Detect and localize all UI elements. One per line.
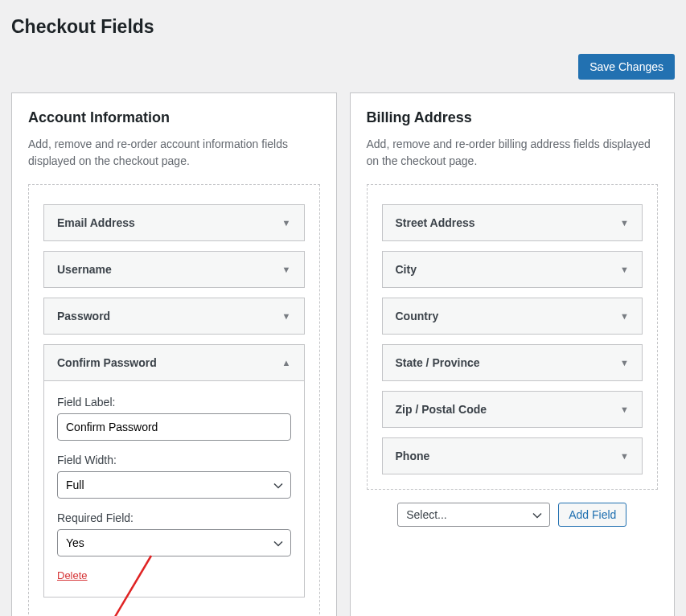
field-row-label: Zip / Postal Code: [396, 403, 487, 416]
field-row-label: Password: [57, 310, 110, 322]
field-width-select[interactable]: Full: [57, 471, 291, 499]
delete-field-link[interactable]: Delete: [57, 569, 88, 581]
field-row-label: Username: [57, 263, 112, 276]
add-field-button[interactable]: Add Field: [558, 503, 626, 527]
billing-panel: Billing Address Add, remove and re-order…: [350, 92, 676, 616]
chevron-down-icon: ▼: [620, 265, 629, 274]
columns-container: Account Information Add, remove and re-o…: [11, 92, 675, 616]
account-panel: Account Information Add, remove and re-o…: [11, 92, 337, 616]
chevron-down-icon: ▼: [620, 405, 629, 414]
chevron-down-icon: ▼: [620, 311, 629, 321]
field-row-confirm-password[interactable]: Confirm Password ▲: [43, 344, 305, 381]
chevron-down-icon: ▼: [282, 311, 291, 321]
billing-fields-container: Street Address ▼ City ▼ Country ▼ State …: [367, 184, 659, 490]
required-field-select[interactable]: Yes: [57, 529, 291, 556]
required-field-select-wrap: Yes: [57, 529, 291, 556]
field-row-label: Country: [396, 310, 439, 322]
account-fields-container: Email Address ▼ Username ▼ Password ▼ Co…: [28, 184, 320, 616]
field-row-zip[interactable]: Zip / Postal Code ▼: [382, 391, 643, 428]
field-row-label: Confirm Password: [57, 356, 157, 369]
chevron-down-icon: ▼: [620, 358, 629, 368]
account-panel-description: Add, remove and re-order account informa…: [28, 136, 320, 170]
account-panel-title: Account Information: [28, 109, 320, 126]
field-row-label: Street Address: [396, 216, 475, 229]
billing-panel-title: Billing Address: [367, 109, 659, 126]
chevron-down-icon: ▼: [620, 451, 629, 461]
field-row-country[interactable]: Country ▼: [382, 298, 643, 335]
field-width-label: Field Width:: [57, 454, 291, 466]
page-title: Checkout Fields: [11, 16, 675, 38]
chevron-down-icon: ▼: [620, 218, 629, 228]
field-row-label: Email Address: [57, 216, 135, 229]
save-changes-button[interactable]: Save Changes: [578, 54, 675, 80]
field-details-confirm-password: Field Label: Field Width: Full Required …: [43, 381, 305, 598]
required-field-label: Required Field:: [57, 511, 291, 524]
field-row-label: City: [396, 263, 417, 276]
field-row-state[interactable]: State / Province ▼: [382, 344, 643, 381]
chevron-down-icon: ▼: [282, 265, 291, 274]
add-field-select-wrap: Select...: [397, 503, 550, 527]
field-label-input[interactable]: [57, 413, 291, 441]
add-field-row: Select... Add Field: [367, 503, 659, 527]
field-row-password[interactable]: Password ▼: [43, 298, 305, 335]
billing-panel-description: Add, remove and re-order billing address…: [367, 136, 659, 170]
field-row-city[interactable]: City ▼: [382, 251, 643, 288]
field-row-username[interactable]: Username ▼: [43, 251, 305, 288]
chevron-down-icon: ▼: [282, 218, 291, 228]
add-field-select[interactable]: Select...: [397, 503, 550, 527]
field-label-label: Field Label:: [57, 396, 291, 409]
field-row-street[interactable]: Street Address ▼: [382, 204, 643, 241]
field-row-email[interactable]: Email Address ▼: [43, 204, 305, 241]
field-row-label: State / Province: [396, 356, 480, 369]
top-actions: Save Changes: [11, 54, 675, 80]
chevron-up-icon: ▲: [282, 358, 291, 368]
field-row-label: Phone: [396, 450, 430, 462]
field-width-select-wrap: Full: [57, 471, 291, 499]
field-row-phone[interactable]: Phone ▼: [382, 437, 643, 474]
